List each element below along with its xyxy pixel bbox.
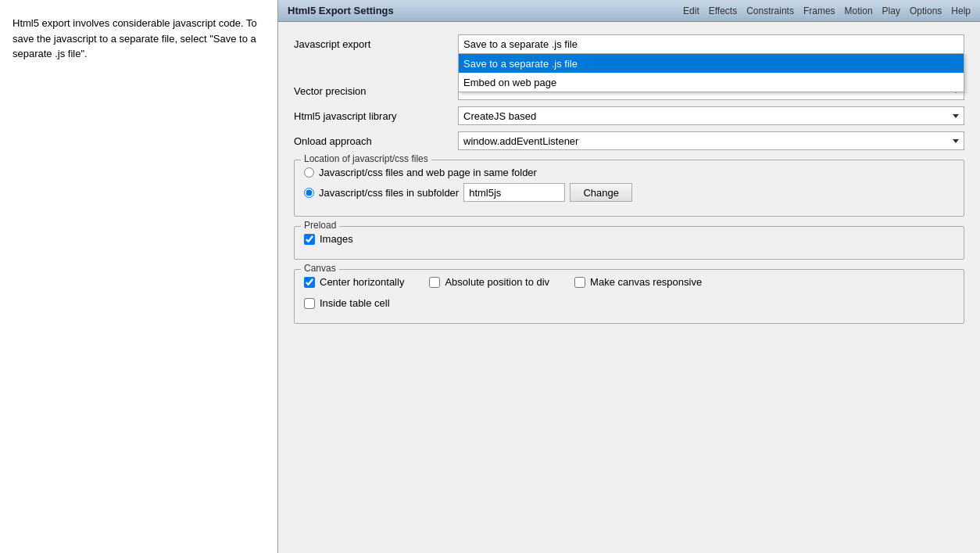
location-group-title: Location of javascript/css files (301, 153, 431, 164)
absolute-position-row: Absolute position to div (429, 276, 549, 288)
onload-dropdown[interactable]: window.addEventListener (458, 131, 964, 150)
inside-table-checkbox[interactable] (304, 298, 315, 309)
vector-precision-label: Vector precision (294, 85, 458, 97)
html5-library-row: Html5 javascript library CreateJS based (294, 106, 964, 125)
canvas-group-title: Canvas (301, 263, 339, 274)
html5-library-dropdown[interactable]: CreateJS based (458, 106, 964, 125)
menu-options[interactable]: Options (910, 5, 942, 16)
javascript-export-dropdown[interactable]: Save to a separate .js file Save to a se… (458, 34, 964, 53)
dropdown-arrow-icon (953, 139, 959, 143)
center-horizontally-checkbox[interactable] (304, 277, 315, 288)
dropdown-option-1[interactable]: Save to a separate .js file (459, 54, 964, 73)
html5-library-label: Html5 javascript library (294, 110, 458, 122)
subfolder-row: Javascript/css files in subfolder Change (319, 183, 632, 202)
make-responsive-checkbox[interactable] (574, 277, 585, 288)
javascript-export-row: Javascript export Save to a separate .js… (294, 34, 964, 53)
onload-row: Onload approach window.addEventListener (294, 131, 964, 150)
menu-frames[interactable]: Frames (803, 5, 835, 16)
radio-subfolder-label[interactable]: Javascript/css files in subfolder (319, 187, 459, 199)
make-responsive-row: Make canvas responsive (574, 276, 702, 288)
preload-group-title: Preload (301, 220, 339, 231)
menu-motion[interactable]: Motion (845, 5, 873, 16)
menu-play[interactable]: Play (882, 5, 900, 16)
images-label[interactable]: Images (320, 233, 353, 245)
subfolder-input[interactable] (463, 183, 565, 202)
preload-group: Preload Images (294, 226, 964, 260)
main-panel: Html5 Export Settings Edit Effects Const… (277, 0, 980, 553)
dropdown-option-2[interactable]: Embed on web page (459, 73, 964, 92)
onload-control: window.addEventListener (458, 131, 964, 150)
center-horizontally-row: Center horizontally (304, 276, 404, 288)
images-checkbox-row: Images (304, 233, 954, 245)
make-responsive-label[interactable]: Make canvas responsive (590, 276, 702, 288)
sidebar-text: Html5 export involves considerable javas… (13, 16, 265, 62)
onload-value: window.addEventListener (463, 135, 578, 147)
change-button[interactable]: Change (570, 183, 632, 202)
dropdown-arrow-icon (953, 114, 959, 118)
onload-label: Onload approach (294, 135, 458, 147)
menu-effects[interactable]: Effects (709, 5, 737, 16)
menu-constraints[interactable]: Constraints (746, 5, 794, 16)
canvas-checkboxes-row1: Center horizontally Absolute position to… (304, 276, 954, 293)
absolute-position-checkbox[interactable] (429, 277, 440, 288)
inside-table-label[interactable]: Inside table cell (320, 297, 390, 309)
settings-content: Javascript export Save to a separate .js… (278, 22, 980, 553)
absolute-position-label[interactable]: Absolute position to div (445, 276, 549, 288)
center-horizontally-label[interactable]: Center horizontally (320, 276, 404, 288)
location-group: Location of javascript/css files Javascr… (294, 160, 964, 217)
images-checkbox[interactable] (304, 234, 315, 245)
radio-subfolder[interactable] (304, 188, 314, 198)
menu-edit[interactable]: Edit (683, 5, 699, 16)
javascript-export-label: Javascript export (294, 38, 458, 50)
canvas-checkboxes-row2: Inside table cell (304, 297, 954, 309)
canvas-group: Canvas Center horizontally Absolute posi… (294, 269, 964, 324)
window-title: Html5 Export Settings (288, 5, 677, 16)
dropdown-current-value[interactable]: Save to a separate .js file (458, 34, 964, 53)
radio-same-folder-label[interactable]: Javascript/css files and web page in sam… (319, 167, 537, 178)
radio-subfolder-row: Javascript/css files in subfolder Change (304, 183, 954, 202)
menu-help[interactable]: Help (951, 5, 971, 16)
javascript-export-control: Save to a separate .js file Save to a se… (458, 34, 964, 53)
inside-table-row: Inside table cell (304, 297, 954, 309)
menu-bar: Edit Effects Constraints Frames Motion P… (683, 5, 971, 16)
radio-same-folder[interactable] (304, 167, 314, 178)
sidebar-description: Html5 export involves considerable javas… (0, 0, 277, 553)
html5-library-control: CreateJS based (458, 106, 964, 125)
dropdown-list: Save to a separate .js file Embed on web… (458, 53, 964, 92)
title-bar: Html5 Export Settings Edit Effects Const… (278, 0, 980, 22)
radio-same-folder-row: Javascript/css files and web page in sam… (304, 167, 954, 178)
html5-library-value: CreateJS based (463, 110, 536, 122)
